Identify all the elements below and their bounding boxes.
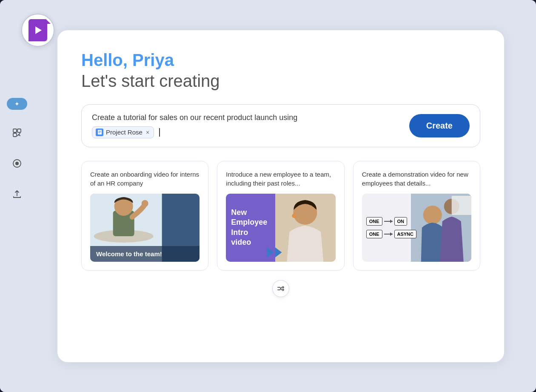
thumb-2-right-panel [275, 194, 336, 262]
svg-rect-1 [17, 129, 21, 132]
diagram-arrow-1 [384, 221, 393, 222]
chip-row: Project Rose × [92, 126, 402, 138]
spark-button[interactable]: ✦ [7, 98, 27, 110]
edit-icon [12, 128, 22, 138]
svg-point-15 [292, 214, 296, 218]
thumb-intro-text: New Employee Intro video [231, 208, 270, 248]
svg-point-17 [423, 206, 442, 224]
project-chip[interactable]: Project Rose × [92, 126, 154, 138]
record-button[interactable] [9, 156, 25, 171]
suggestion-card-1[interactable]: Create an onboarding video for interns o… [81, 161, 208, 271]
diagram-box-on: ON [394, 217, 408, 226]
create-button[interactable]: Create [409, 114, 470, 137]
upload-button[interactable] [9, 186, 25, 202]
diagram-box-one-1: ONE [366, 217, 382, 226]
diagram-arrow-2 [384, 234, 393, 235]
suggestion-card-3[interactable]: Create a demonstration video for new emp… [353, 161, 480, 271]
svg-rect-19 [452, 196, 471, 215]
text-cursor [159, 128, 160, 137]
suggestion-thumb-3: ONE ON ONE ASYNC [362, 194, 471, 262]
greeting-subtext: Let's start creating [81, 72, 480, 91]
suggestion-text-2: Introduce a new employee to a team, incl… [226, 170, 335, 188]
logo-icon [29, 19, 47, 41]
diagram-box-async: ASYNC [394, 230, 417, 238]
user-name: Priya [132, 51, 174, 69]
svg-rect-0 [13, 129, 17, 132]
arrow-2 [275, 247, 282, 258]
suggestions-row: Create an onboarding video for interns o… [81, 161, 480, 271]
hello-label: Hello, [81, 51, 132, 69]
sidebar: ✦ [0, 0, 34, 392]
shuffle-area [81, 280, 480, 297]
arrow-1 [267, 247, 274, 258]
prompt-text: Create a tutorial for sales on our recen… [92, 113, 402, 122]
spark-icon: ✦ [14, 100, 20, 107]
diagram-box-one-2: ONE [366, 230, 382, 238]
input-left: Create a tutorial for sales on our recen… [92, 113, 402, 138]
thumb-3-photo [411, 194, 471, 262]
suggestion-text-1: Create an onboarding video for interns o… [90, 170, 200, 188]
main-content: Hello, Priya Let's start creating Create… [38, 0, 536, 392]
input-bar: Create a tutorial for sales on our recen… [81, 104, 480, 147]
upload-icon [12, 189, 22, 199]
svg-point-4 [15, 162, 19, 165]
doc-icon [96, 129, 103, 136]
thumb-2-arrows [267, 247, 282, 258]
suggestion-thumb-2: New Employee Intro video [226, 194, 335, 262]
edit-button[interactable] [9, 125, 25, 140]
logo-play-icon [35, 26, 42, 34]
svg-point-11 [142, 200, 148, 207]
record-icon [11, 158, 23, 169]
svg-rect-2 [13, 133, 17, 137]
logo-circle[interactable] [21, 14, 54, 47]
suggestion-card-2[interactable]: Introduce a new employee to a team, incl… [217, 161, 344, 271]
screen: ✦ [0, 0, 536, 392]
greeting-section: Hello, Priya Let's start creating [81, 51, 480, 91]
sidebar-icons: ✦ [7, 98, 27, 202]
chip-label: Project Rose [106, 129, 143, 136]
shuffle-icon [277, 284, 285, 293]
greeting-hello: Hello, Priya [81, 51, 480, 70]
main-card: Hello, Priya Let's start creating Create… [57, 30, 504, 362]
thumb-caption-1: Welcome to the team! [90, 246, 200, 262]
chip-remove-button[interactable]: × [146, 129, 149, 136]
suggestion-thumb-1: Welcome to the team! [90, 194, 200, 262]
shuffle-button[interactable] [272, 280, 289, 297]
suggestion-text-3: Create a demonstration video for new emp… [362, 170, 471, 188]
